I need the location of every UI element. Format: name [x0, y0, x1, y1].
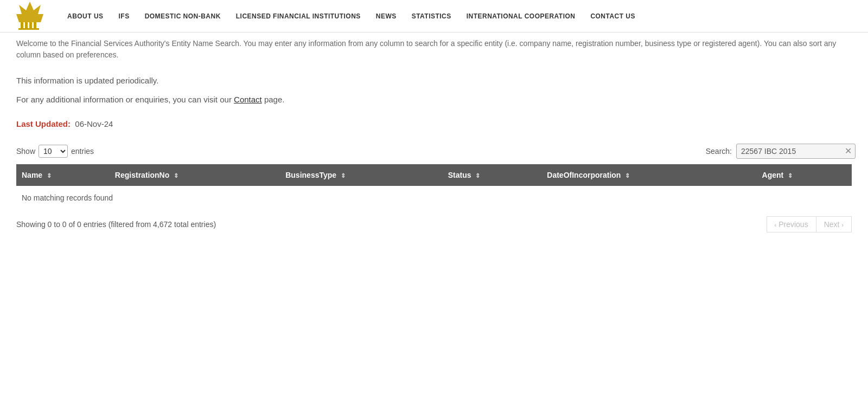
- entries-label: entries: [71, 147, 94, 156]
- showing-text: Showing 0 to 0 of 0 entries (filtered fr…: [16, 220, 216, 229]
- search-input[interactable]: [736, 144, 856, 159]
- nav-item-contact-us[interactable]: CONTACT US: [583, 0, 643, 33]
- enquiry-line: For any additional information or enquir…: [16, 95, 852, 104]
- svg-rect-3: [29, 22, 32, 29]
- nav-item-news[interactable]: NEWS: [368, 0, 404, 33]
- logo: [11, 1, 49, 32]
- main-content: Welcome to the Financial Services Author…: [0, 33, 868, 249]
- nav-item-licensed-financial[interactable]: LICENSED FINANCIAL INSTITUTIONS: [228, 0, 368, 33]
- nav-item-international-cooperation[interactable]: INTERNATIONAL COOPERATION: [459, 0, 583, 33]
- show-entries-control: Show 10 25 50 100 entries: [16, 145, 94, 158]
- last-updated-label: Last Updated:: [16, 119, 71, 128]
- column-registration-no[interactable]: RegistrationNo ⇕: [110, 164, 280, 186]
- table-header-row: Name ⇕ RegistrationNo ⇕ BusinessType ⇕ S…: [16, 164, 852, 186]
- svg-marker-0: [16, 2, 43, 22]
- search-label: Search:: [706, 147, 732, 156]
- search-box: Search: ✕: [706, 144, 852, 159]
- entries-select[interactable]: 10 25 50 100: [39, 145, 68, 158]
- pagination-controls: ‹ Previous Next ›: [767, 216, 852, 232]
- table-body: No matching records found: [16, 186, 852, 210]
- table-controls: Show 10 25 50 100 entries Search: ✕: [16, 144, 852, 159]
- last-updated-value: 06-Nov-24: [73, 119, 113, 128]
- nav-item-ifs[interactable]: IFS: [111, 0, 137, 33]
- no-records-cell: No matching records found: [16, 186, 852, 210]
- nav-item-about-us[interactable]: ABOUT US: [60, 0, 111, 33]
- svg-rect-4: [34, 22, 36, 29]
- svg-rect-5: [18, 28, 39, 30]
- column-name[interactable]: Name ⇕: [16, 164, 110, 186]
- last-updated-line: Last Updated: 06-Nov-24: [16, 119, 852, 128]
- prev-chevron-icon: ‹: [775, 222, 777, 228]
- table-footer: Showing 0 to 0 of 0 entries (filtered fr…: [16, 216, 852, 232]
- search-clear-button[interactable]: ✕: [845, 147, 852, 156]
- column-agent[interactable]: Agent ⇕: [757, 164, 852, 186]
- enquiry-suffix: page.: [262, 95, 285, 104]
- sort-icon-agent: ⇕: [788, 172, 793, 179]
- enquiry-prefix: For any additional information or enquir…: [16, 95, 234, 104]
- info-updated-line: This information is updated periodically…: [16, 76, 852, 85]
- intro-welcome-text: Welcome to the Financial Services Author…: [16, 38, 852, 61]
- sort-icon-business: ⇕: [341, 172, 346, 179]
- next-chevron-icon: ›: [841, 222, 844, 228]
- logo-svg: [11, 1, 49, 30]
- sort-icon-status: ⇕: [475, 172, 480, 179]
- table-header: Name ⇕ RegistrationNo ⇕ BusinessType ⇕ S…: [16, 164, 852, 186]
- column-date-of-incorporation[interactable]: DateOfIncorporation ⇕: [541, 164, 756, 186]
- results-table: Name ⇕ RegistrationNo ⇕ BusinessType ⇕ S…: [16, 164, 852, 210]
- show-label: Show: [16, 147, 35, 156]
- svg-rect-1: [21, 22, 23, 29]
- column-status[interactable]: Status ⇕: [443, 164, 542, 186]
- previous-button[interactable]: ‹ Previous: [767, 216, 816, 232]
- column-business-type[interactable]: BusinessType ⇕: [280, 164, 443, 186]
- no-records-row: No matching records found: [16, 186, 852, 210]
- nav-item-domestic-non-bank[interactable]: DOMESTIC NON-BANK: [137, 0, 228, 33]
- sort-icon-date: ⇕: [625, 172, 630, 179]
- main-nav: ABOUT US IFS DOMESTIC NON-BANK LICENSED …: [0, 0, 868, 33]
- sort-icon-name: ⇕: [47, 172, 52, 179]
- svg-rect-2: [25, 22, 28, 29]
- sort-icon-reg: ⇕: [174, 172, 178, 179]
- contact-link[interactable]: Contact: [234, 95, 262, 104]
- nav-item-statistics[interactable]: STATISTICS: [404, 0, 459, 33]
- nav-links: ABOUT US IFS DOMESTIC NON-BANK LICENSED …: [60, 0, 643, 33]
- next-button[interactable]: Next ›: [816, 216, 852, 232]
